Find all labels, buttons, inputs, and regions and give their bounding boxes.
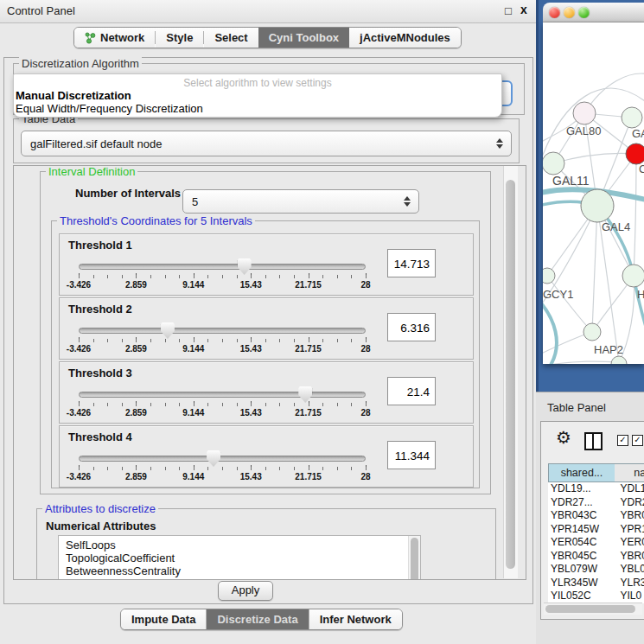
close-icon[interactable]: x [520, 3, 527, 16]
threshold-1-value-field[interactable]: 14.713 [387, 249, 436, 277]
table-row[interactable]: YIL052CYIL0 [548, 590, 644, 603]
dropdown-item-equal-width-frequency[interactable]: Equal Width/Frequency Discretization [14, 102, 501, 115]
cell[interactable]: YIL052C [548, 590, 617, 603]
node-gal11[interactable] [543, 152, 564, 175]
tab-network[interactable]: Network [74, 28, 155, 48]
node-gal4[interactable] [581, 189, 614, 222]
zoom-traffic-light-icon[interactable] [578, 7, 590, 18]
float-window-icon[interactable]: □ [505, 4, 512, 17]
cell[interactable]: YBR0 [617, 550, 644, 564]
cell[interactable]: YBR043C [548, 509, 617, 523]
dropdown-placeholder-item[interactable]: Select algorithm to view settings [14, 77, 501, 89]
table-horizontal-scrollbar-thumb[interactable] [545, 605, 635, 613]
table-row[interactable]: YDL19...YDL1 [548, 482, 644, 496]
threshold-4-slider-track[interactable] [79, 456, 366, 462]
list-item-selfloops[interactable]: SelfLoops [59, 539, 420, 552]
minimize-traffic-light-icon[interactable] [564, 7, 575, 18]
slider-minor-ticks [79, 275, 367, 278]
network-view-canvas[interactable]: GAL80 GAL C GAL11 GAL4 GCY1 H HAP2 [543, 22, 644, 364]
column-header-name[interactable]: name [615, 463, 644, 482]
tab-jactivemnodules-label: jActiveMNodules [360, 31, 450, 44]
table-row[interactable]: YPR145WYPR1 [548, 523, 644, 537]
node-red-selected[interactable] [626, 143, 644, 164]
apply-button[interactable]: Apply [218, 581, 273, 601]
attributes-list-scrollbar-thumb[interactable] [411, 538, 418, 580]
cell[interactable]: YBL0 [617, 563, 644, 577]
table-row[interactable]: YER054CYER0 [548, 536, 644, 550]
cell[interactable]: YDR2 [617, 496, 644, 510]
gear-icon[interactable]: ⚙ [556, 429, 571, 446]
node-gal[interactable] [622, 107, 642, 128]
cell[interactable]: YBR0 [617, 509, 644, 523]
tick-label: 15.43 [240, 472, 262, 481]
settings-vertical-scrollbar[interactable] [503, 166, 518, 578]
node-gal80[interactable] [573, 102, 596, 124]
table-row[interactable]: YBR043CYBR0 [548, 509, 644, 523]
dropdown-item-manual-discretization[interactable]: Manual Discretization [14, 89, 501, 102]
node-h[interactable] [622, 265, 644, 287]
column-header-shared-name[interactable]: shared... [548, 463, 615, 482]
threshold-2-value-field[interactable]: 6.316 [387, 313, 436, 341]
tick-label: -3.426 [67, 472, 91, 481]
tick-label: 9.144 [182, 344, 204, 354]
node-table: shared... name YDL19...YDL1 YDR27...YDR2… [548, 463, 644, 603]
tab-select[interactable]: Select [204, 28, 258, 48]
table-row[interactable]: YBL079WYBL0 [548, 563, 644, 577]
tab-discretize-data[interactable]: Discretize Data [207, 609, 308, 629]
interval-definition-group: Interval Definition Number of Intervals … [40, 171, 491, 494]
threshold-4-value-field[interactable]: 11.344 [387, 441, 436, 469]
cell[interactable]: YLR345W [548, 577, 617, 590]
threshold-3-slider-track[interactable] [79, 392, 366, 398]
tab-cyni-toolbox[interactable]: Cyni Toolbox [258, 28, 349, 48]
tick-label: 21.715 [295, 472, 322, 481]
threshold-3-value-field[interactable]: 21.4 [387, 377, 436, 405]
number-of-intervals-combobox[interactable]: 5 [182, 189, 419, 214]
cell[interactable]: YPR145W [548, 523, 617, 537]
control-panel-tabs: Network Style Select Cyni Toolbox jActiv… [73, 27, 462, 48]
interval-definition-group-title: Interval Definition [46, 165, 137, 178]
threshold-3-label: Threshold 3 [68, 367, 132, 379]
cell[interactable]: YER054C [548, 536, 617, 550]
tab-jactivemnodules[interactable]: jActiveMNodules [349, 28, 461, 48]
checkbox-icon[interactable]: ✓ [617, 435, 628, 446]
node-partial[interactable] [611, 356, 627, 364]
label-h-partial: H [637, 288, 644, 301]
table-horizontal-scrollbar[interactable] [544, 603, 642, 615]
threshold-4-label: Threshold 4 [68, 430, 132, 443]
table-row[interactable]: YLR345WYLR3 [548, 577, 644, 590]
checkbox-icon[interactable]: ✓ [632, 435, 643, 446]
cell[interactable]: YBL079W [548, 563, 617, 577]
cell[interactable]: YPR1 [617, 523, 644, 537]
tick-label: -3.426 [67, 344, 91, 354]
cyni-mode-tabs: Impute Data Discretize Data Infer Networ… [120, 609, 403, 630]
cell[interactable]: YBR045C [548, 550, 617, 564]
tick-label: 21.715 [295, 280, 322, 290]
cell[interactable]: YLR3 [617, 577, 644, 590]
settings-scrollbar-thumb[interactable] [506, 180, 515, 569]
threshold-1-slider-track[interactable] [79, 264, 366, 270]
table-row[interactable]: YBR045CYBR0 [548, 550, 644, 564]
cell[interactable]: YDL1 [617, 482, 644, 496]
node-hap2[interactable] [583, 323, 601, 341]
column-layout-icon[interactable] [584, 432, 603, 450]
cell[interactable]: YDR27... [548, 496, 617, 510]
cell[interactable]: YER0 [617, 536, 644, 550]
cell[interactable]: YDL19... [548, 482, 617, 496]
attributes-list-scrollbar[interactable] [408, 536, 420, 580]
cell[interactable]: YIL0 [617, 590, 644, 603]
table-data-combobox[interactable]: galFiltered.sif default node [21, 131, 512, 156]
tab-impute-data[interactable]: Impute Data [121, 609, 206, 629]
table-row[interactable]: YDR27...YDR2 [548, 496, 644, 510]
slider-minor-ticks [79, 339, 367, 342]
threshold-1-box: Threshold 1 -3.426 2.859 9.144 15.43 21.… [59, 233, 474, 296]
tab-infer-network[interactable]: Infer Network [309, 609, 402, 629]
close-traffic-light-icon[interactable] [549, 7, 560, 18]
tab-style[interactable]: Style [156, 28, 203, 48]
right-panel: GAL80 GAL C GAL11 GAL4 GCY1 H HAP2 Table… [536, 0, 644, 644]
threshold-2-slider-track[interactable] [79, 328, 366, 334]
tick-label: 21.715 [295, 344, 322, 354]
list-item-betweennesscentrality[interactable]: BetweennessCentrality [59, 564, 420, 577]
network-window-titlebar[interactable] [543, 3, 644, 22]
list-item-topologicalcoefficient[interactable]: TopologicalCoefficient [59, 552, 420, 564]
node-gcy1[interactable] [543, 268, 555, 284]
